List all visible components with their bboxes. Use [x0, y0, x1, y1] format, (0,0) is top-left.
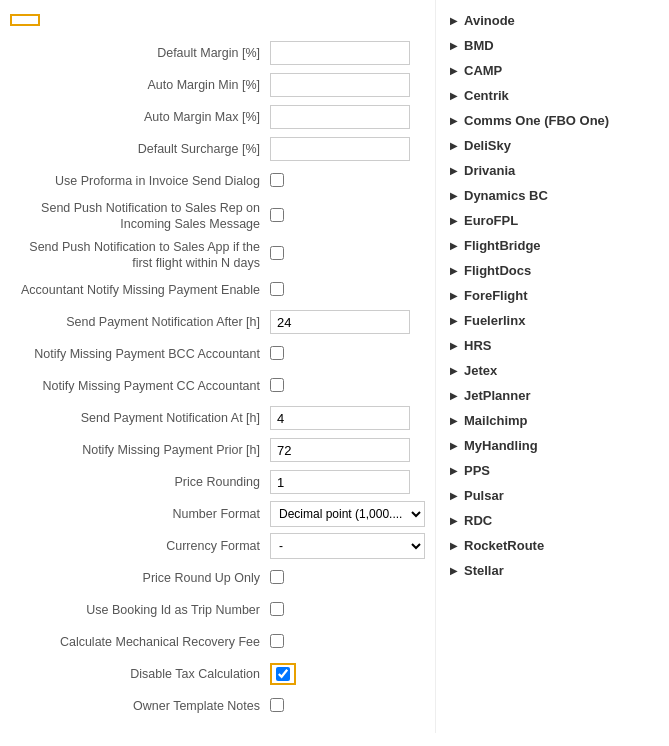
- field-control: [270, 406, 425, 430]
- expand-icon: ▶: [450, 440, 458, 451]
- field-control: [270, 438, 425, 462]
- right-panel-item[interactable]: ▶Dynamics BC: [446, 183, 659, 208]
- checkbox-input[interactable]: [270, 634, 284, 648]
- form-row: Default Surcharge [%]: [10, 136, 425, 162]
- right-panel-item[interactable]: ▶MyHandling: [446, 433, 659, 458]
- checkbox-input[interactable]: [270, 246, 284, 260]
- right-panel-item[interactable]: ▶RocketRoute: [446, 533, 659, 558]
- field-control: [270, 73, 425, 97]
- right-item-label: FlightDocs: [464, 263, 531, 278]
- right-panel-item[interactable]: ▶Stellar: [446, 558, 659, 583]
- field-label: Price Round Up Only: [10, 570, 270, 586]
- left-panel: Default Margin [%]Auto Margin Min [%]Aut…: [0, 0, 435, 733]
- right-item-label: Dynamics BC: [464, 188, 548, 203]
- form-row: Auto Margin Max [%]: [10, 104, 425, 130]
- right-panel-item[interactable]: ▶Mailchimp: [446, 408, 659, 433]
- field-label: Send Push Notification to Sales App if t…: [10, 239, 270, 272]
- checkbox-input[interactable]: [270, 173, 284, 187]
- right-item-label: Jetex: [464, 363, 497, 378]
- right-item-label: Drivania: [464, 163, 515, 178]
- right-panel-item[interactable]: ▶Drivania: [446, 158, 659, 183]
- right-item-label: Fuelerlinx: [464, 313, 525, 328]
- right-panel-item[interactable]: ▶ForeFlight: [446, 283, 659, 308]
- highlighted-checkbox-wrapper: [270, 663, 296, 685]
- field-label: Notify Missing Payment CC Accountant: [10, 378, 270, 394]
- right-panel-item[interactable]: ▶DeliSky: [446, 133, 659, 158]
- form-row: Currency Format-: [10, 533, 425, 559]
- expand-icon: ▶: [450, 340, 458, 351]
- expand-icon: ▶: [450, 465, 458, 476]
- highlighted-checkbox-input[interactable]: [276, 667, 290, 681]
- right-item-label: RocketRoute: [464, 538, 544, 553]
- expand-icon: ▶: [450, 65, 458, 76]
- checkbox-input[interactable]: [270, 602, 284, 616]
- expand-icon: ▶: [450, 315, 458, 326]
- right-item-label: EuroFPL: [464, 213, 518, 228]
- field-control: -: [270, 533, 425, 559]
- checkbox-input[interactable]: [270, 698, 284, 712]
- text-input[interactable]: [270, 73, 410, 97]
- right-item-label: HRS: [464, 338, 491, 353]
- field-label: Send Push Notification to Sales Rep on I…: [10, 200, 270, 233]
- form-row: Auto Margin Min [%]: [10, 72, 425, 98]
- text-input[interactable]: [270, 438, 410, 462]
- form-row: Owner Template Notes: [10, 693, 425, 719]
- field-label: Accountant Notify Missing Payment Enable: [10, 282, 270, 298]
- field-label: Disable Tax Calculation: [10, 666, 270, 682]
- right-panel-item[interactable]: ▶Pulsar: [446, 483, 659, 508]
- right-panel-item[interactable]: ▶HRS: [446, 333, 659, 358]
- form-row: Use Booking Id as Trip Number: [10, 597, 425, 623]
- right-panel-item[interactable]: ▶JetPlanner: [446, 383, 659, 408]
- right-panel-item[interactable]: ▶RDC: [446, 508, 659, 533]
- right-panel-item[interactable]: ▶FlightBridge: [446, 233, 659, 258]
- right-panel-item[interactable]: ▶FlightDocs: [446, 258, 659, 283]
- text-input[interactable]: [270, 41, 410, 65]
- expand-icon: ▶: [450, 15, 458, 26]
- right-item-label: CAMP: [464, 63, 502, 78]
- right-panel-item[interactable]: ▶Comms One (FBO One): [446, 108, 659, 133]
- right-panel-item[interactable]: ▶BMD: [446, 33, 659, 58]
- right-item-label: Avinode: [464, 13, 515, 28]
- main-container: Default Margin [%]Auto Margin Min [%]Aut…: [0, 0, 669, 733]
- right-panel-item[interactable]: ▶PPS: [446, 458, 659, 483]
- text-input[interactable]: [270, 470, 410, 494]
- right-panel-item[interactable]: ▶Avinode: [446, 8, 659, 33]
- checkbox-input[interactable]: [270, 282, 284, 296]
- expand-icon: ▶: [450, 240, 458, 251]
- form-row: Accountant Notify Missing Payment Enable: [10, 277, 425, 303]
- field-control: [270, 208, 425, 225]
- checkbox-input[interactable]: [270, 346, 284, 360]
- right-panel-item[interactable]: ▶Fuelerlinx: [446, 308, 659, 333]
- form-row: Use Proforma in Invoice Send Dialog: [10, 168, 425, 194]
- expand-icon: ▶: [450, 40, 458, 51]
- expand-icon: ▶: [450, 390, 458, 401]
- form-row: Send Push Notification to Sales Rep on I…: [10, 200, 425, 233]
- form-row: Send Payment Notification After [h]: [10, 309, 425, 335]
- right-panel-item[interactable]: ▶EuroFPL: [446, 208, 659, 233]
- field-label: Notify Missing Payment BCC Accountant: [10, 346, 270, 362]
- checkbox-input[interactable]: [270, 570, 284, 584]
- right-panel-item[interactable]: ▶Centrik: [446, 83, 659, 108]
- field-control: Decimal point (1,000....: [270, 501, 425, 527]
- expand-icon: ▶: [450, 115, 458, 126]
- text-input[interactable]: [270, 310, 410, 334]
- field-control: [270, 282, 425, 299]
- text-input[interactable]: [270, 137, 410, 161]
- field-label: Notify Missing Payment Prior [h]: [10, 442, 270, 458]
- form-row: Notify Missing Payment CC Accountant: [10, 373, 425, 399]
- currency-select-input[interactable]: -: [270, 533, 425, 559]
- field-label: Price Rounding: [10, 474, 270, 490]
- field-control: [270, 105, 425, 129]
- checkbox-input[interactable]: [270, 378, 284, 392]
- field-control: [270, 378, 425, 395]
- text-input[interactable]: [270, 105, 410, 129]
- right-panel: ▶Avinode▶BMD▶CAMP▶Centrik▶Comms One (FBO…: [435, 0, 669, 733]
- text-input[interactable]: [270, 406, 410, 430]
- select-input[interactable]: Decimal point (1,000....: [270, 501, 425, 527]
- sales-section-header[interactable]: [10, 14, 40, 26]
- right-panel-item[interactable]: ▶CAMP: [446, 58, 659, 83]
- checkbox-input[interactable]: [270, 208, 284, 222]
- expand-icon: ▶: [450, 565, 458, 576]
- expand-icon: ▶: [450, 190, 458, 201]
- right-panel-item[interactable]: ▶Jetex: [446, 358, 659, 383]
